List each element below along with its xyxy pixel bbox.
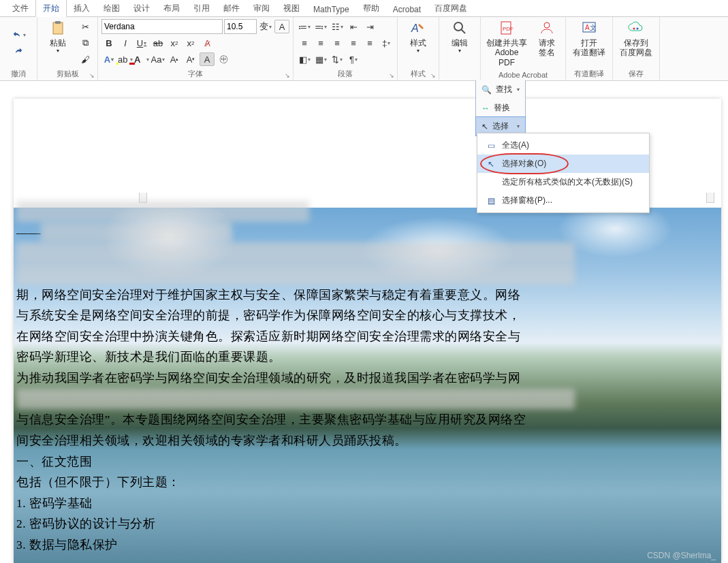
tab-view[interactable]: 视图 <box>276 0 306 16</box>
editing-button[interactable]: 编辑▾ <box>441 18 478 56</box>
selection-pane-item[interactable]: ▤选择窗格(P)... <box>477 191 649 210</box>
align-right-button[interactable]: ≡ <box>330 35 345 50</box>
line-spacing-button[interactable]: ‡ <box>379 35 394 50</box>
group-youdao: A文 打开 有道翻译 有道翻译 <box>566 17 613 80</box>
group-label-youdao: 有道翻译 <box>568 68 610 80</box>
tab-review[interactable]: 审阅 <box>247 0 276 16</box>
phonetic-guide-button[interactable]: 变 <box>258 19 273 34</box>
tab-acrobat[interactable]: Acrobat <box>386 2 428 16</box>
character-shading-button[interactable]: A <box>200 52 215 66</box>
watermark: CSDN @Sherlma_ <box>647 551 716 560</box>
group-paragraph: ≔ ≕ ☷ ⇤ ⇥ ≡ ≡ ≡ ≡ ≡ ‡ ◧ ▦ ⇅ ¶ 段落 ↘ <box>294 17 398 80</box>
pane-icon: ▤ <box>486 195 496 206</box>
tab-draw[interactable]: 绘图 <box>97 0 127 16</box>
copy-button[interactable]: ⧉ <box>78 35 93 50</box>
highlight-button[interactable]: ab <box>118 52 133 67</box>
group-label-font: 字体 <box>100 68 291 80</box>
underline-button[interactable]: U <box>134 35 149 50</box>
tab-help[interactable]: 帮助 <box>356 0 386 16</box>
tab-mailings[interactable]: 邮件 <box>217 0 247 16</box>
select-similar-item[interactable]: 选定所有格式类似的文本(无数据)(S) <box>477 173 649 191</box>
tab-layout[interactable]: 布局 <box>157 0 187 16</box>
font-size-input[interactable] <box>224 19 257 34</box>
svg-rect-0 <box>53 22 63 34</box>
youdao-button[interactable]: A文 打开 有道翻译 <box>568 18 610 59</box>
show-marks-button[interactable]: ¶ <box>346 52 361 67</box>
svg-line-4 <box>461 29 465 33</box>
replace-item[interactable]: ↔替换 <box>476 99 525 117</box>
select-all-item[interactable]: ▭全选(A) <box>477 136 649 155</box>
group-acrobat: PDF 创建并共享 Adobe PDF 请求 签名 Adobe Acrobat <box>481 17 566 80</box>
group-editing: 编辑▾ <box>439 17 481 80</box>
cursor-icon: ↖ <box>486 159 496 170</box>
format-painter-button[interactable]: 🖌 <box>78 52 93 67</box>
svg-text:文: 文 <box>590 24 597 31</box>
tab-design[interactable]: 设计 <box>127 0 157 16</box>
clipboard-launcher-icon[interactable]: ↘ <box>89 72 96 79</box>
superscript-button[interactable]: x2 <box>183 35 198 50</box>
strikethrough-button[interactable]: ab <box>151 35 165 50</box>
shrink-font-button[interactable]: A▾ <box>183 52 198 67</box>
multilevel-button[interactable]: ☷ <box>330 19 345 34</box>
grow-font-button[interactable]: A▴ <box>167 52 182 67</box>
svg-rect-1 <box>55 21 61 24</box>
search-icon: 🔍 <box>481 85 492 95</box>
select-all-icon: ▭ <box>486 140 496 151</box>
font-launcher-icon[interactable]: ↘ <box>285 72 291 79</box>
decrease-indent-button[interactable]: ⇤ <box>346 19 361 34</box>
tab-references[interactable]: 引用 <box>187 0 217 16</box>
tab-baidu[interactable]: 百度网盘 <box>428 0 474 16</box>
replace-icon: ↔ <box>481 103 490 113</box>
create-pdf-button[interactable]: PDF 创建并共享 Adobe PDF <box>483 18 531 69</box>
bullets-button[interactable]: ≔ <box>297 19 312 34</box>
cursor-icon: ↖ <box>481 122 488 131</box>
align-left-button[interactable]: ≡ <box>297 35 312 50</box>
tab-file[interactable]: 文件 <box>5 0 35 16</box>
clear-format-button[interactable]: A̷ <box>200 35 215 50</box>
paste-button[interactable]: 粘贴▾ <box>39 18 76 56</box>
cut-button[interactable]: ✂ <box>78 19 93 34</box>
select-submenu: ▭全选(A) ↖选择对象(O) 选定所有格式类似的文本(无数据)(S) ▤选择窗… <box>477 133 650 213</box>
ribbon: 撤消 粘贴▾ ✂ ⧉ 🖌 剪贴板 ↘ 变 A B <box>0 17 728 81</box>
find-item[interactable]: 🔍查找▾ <box>476 80 525 99</box>
group-label-paragraph: 段落 <box>296 68 395 80</box>
align-center-button[interactable]: ≡ <box>313 35 328 50</box>
tab-home[interactable]: 开始 <box>35 0 67 17</box>
enclose-char-button[interactable]: ㊥ <box>216 52 231 67</box>
select-objects-item[interactable]: ↖选择对象(O) <box>477 155 649 173</box>
font-name-input[interactable] <box>101 19 223 34</box>
increase-indent-button[interactable]: ⇥ <box>362 19 377 34</box>
ribbon-tabs: 文件 开始 插入 绘图 设计 布局 引用 邮件 审阅 视图 MathType 帮… <box>0 0 728 17</box>
undo-button[interactable] <box>11 28 26 43</box>
numbering-button[interactable]: ≕ <box>313 19 328 34</box>
document-text[interactable]: —— 期，网络空间安全治理对于维护国家主权与安全、保障国家繁荣与稳定有着重要意义… <box>14 201 721 556</box>
svg-text:A: A <box>585 24 590 31</box>
italic-button[interactable]: I <box>118 35 133 50</box>
change-case-button[interactable]: Aa <box>151 52 165 67</box>
subscript-button[interactable]: x2 <box>167 35 182 50</box>
font-color-button[interactable]: A <box>134 52 149 67</box>
shading-button[interactable]: ◧ <box>297 52 312 67</box>
align-distribute-button[interactable]: ≡ <box>362 35 377 50</box>
group-font: 变 A B I U ab x2 x2 A̷ A ab A Aa A▴ A▾ A … <box>98 17 294 80</box>
tab-insert[interactable]: 插入 <box>67 0 97 16</box>
redo-button[interactable] <box>11 44 26 59</box>
tab-mathtype[interactable]: MathType <box>306 2 356 16</box>
editing-dropdown: 🔍查找▾ ↔替换 ↖选择▾ <box>475 80 526 136</box>
styles-button[interactable]: A 样式▾ <box>400 18 437 56</box>
svg-point-11 <box>633 28 635 30</box>
sort-button[interactable]: ⇅ <box>330 52 345 67</box>
svg-point-12 <box>637 28 639 30</box>
baidu-save-button[interactable]: 保存到 百度网盘 <box>615 18 657 59</box>
borders-button[interactable]: ▦ <box>313 52 328 67</box>
text-effects-button[interactable]: A <box>101 52 116 67</box>
character-border-button[interactable]: A <box>274 20 289 33</box>
paragraph-launcher-icon[interactable]: ↘ <box>389 72 396 79</box>
group-label-undo: 撤消 <box>2 68 35 80</box>
align-justify-button[interactable]: ≡ <box>346 35 361 50</box>
request-sign-button[interactable]: 请求 签名 <box>531 18 563 59</box>
styles-launcher-icon[interactable]: ↘ <box>430 72 437 79</box>
group-undo: 撤消 <box>0 17 37 80</box>
bold-button[interactable]: B <box>101 35 116 50</box>
group-label-baidu: 保存 <box>615 68 657 80</box>
